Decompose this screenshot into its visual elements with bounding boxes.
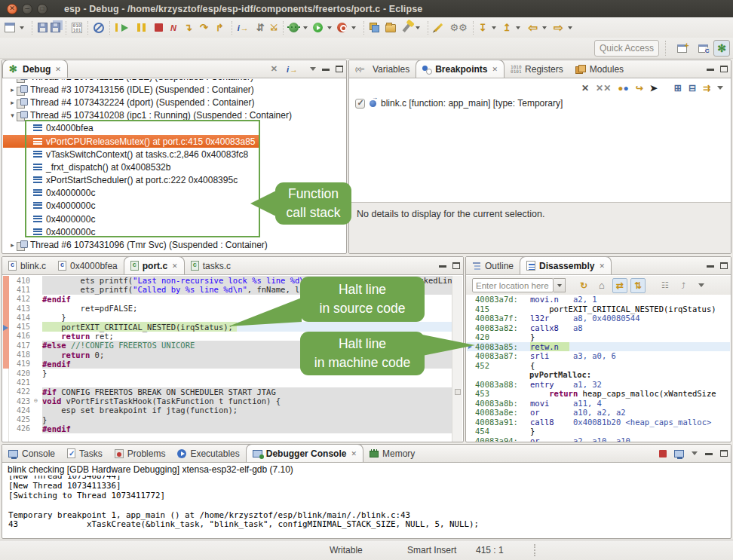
stack-frame-row[interactable]: 0x4000000c xyxy=(3,225,345,238)
tab-debug[interactable]: ✻ Debug✕ xyxy=(2,60,68,78)
thread-row[interactable]: ▾Thread #5 1073410208 (ipc1 : Running) (… xyxy=(3,109,345,122)
link-with-debug-icon[interactable]: ⇉ xyxy=(703,84,710,93)
step-into-button[interactable]: ↴ xyxy=(182,20,194,36)
cpp-perspective-button[interactable] xyxy=(695,40,711,57)
last-edit-location-button[interactable]: ↧ xyxy=(477,20,489,36)
tab-modules[interactable]: Modules xyxy=(569,60,630,78)
window-minimize-button[interactable]: ─ xyxy=(22,4,32,14)
tab-executables[interactable]: Executables xyxy=(171,445,245,462)
new-view-icon[interactable]: ☷ xyxy=(658,278,673,293)
tree-expander-icon[interactable]: ▸ xyxy=(8,241,17,249)
tree-expander-icon[interactable]: ▸ xyxy=(8,99,17,106)
tab-tasks[interactable]: Tasks xyxy=(61,445,109,462)
stack-frame-row[interactable]: 0x4000bfea xyxy=(3,122,345,135)
quick-access-button[interactable]: Quick Access xyxy=(594,40,659,57)
tab-blink-c[interactable]: blink.c xyxy=(2,257,52,274)
window-maximize-button[interactable]: □ xyxy=(37,4,48,14)
tab-tasks-c[interactable]: tasks.c xyxy=(185,257,237,274)
console-output[interactable]: [New Thread 1073468744][New Thread 10734… xyxy=(3,476,730,537)
console-dropdown[interactable] xyxy=(692,451,698,455)
display-console-icon[interactable] xyxy=(674,450,684,457)
collapse-all-icon[interactable]: ⊟ xyxy=(689,84,696,93)
skip-all-breakpoints-button[interactable] xyxy=(92,20,106,36)
view-menu-icon[interactable] xyxy=(694,278,709,293)
instruction-step-mode-icon[interactable]: i xyxy=(287,65,298,74)
location-dropdown[interactable] xyxy=(554,278,566,292)
run-button[interactable] xyxy=(311,20,324,36)
binary-editor-button[interactable]: 010101 xyxy=(70,20,84,36)
breakpoint-row[interactable]: blink.c [function: app_main] [type: Temp… xyxy=(349,96,731,110)
forward-button[interactable]: ⇨ xyxy=(552,20,565,36)
minimize-icon[interactable] xyxy=(707,265,714,268)
minimize-icon[interactable] xyxy=(322,69,330,71)
step-return-button[interactable]: ↱ xyxy=(214,20,225,36)
save-all-button[interactable] xyxy=(49,20,62,36)
resume-button[interactable] xyxy=(114,20,130,36)
tree-expander-icon[interactable]: ▸ xyxy=(8,86,17,93)
tab-variables[interactable]: (x)=Variables xyxy=(349,60,416,78)
back-button[interactable]: ⇦ xyxy=(527,20,540,36)
instruction-stepping-button[interactable]: i xyxy=(236,20,250,36)
thread-row[interactable]: ▸Thread #4 1073432224 (dport) (Suspended… xyxy=(3,96,345,109)
maximize-icon[interactable] xyxy=(336,66,343,72)
step-filters-button[interactable]: ⤩ xyxy=(269,20,279,36)
export-icon[interactable]: ⤴ xyxy=(676,278,691,293)
tab-port-c[interactable]: port.c✕ xyxy=(124,256,185,274)
breakpoint-checkbox[interactable] xyxy=(355,99,365,109)
tab-debugger-console[interactable]: Debugger Console✕ xyxy=(246,444,363,462)
view-menu-icon[interactable] xyxy=(717,86,723,90)
run-dropdown[interactable] xyxy=(324,20,336,36)
maximize-icon[interactable] xyxy=(452,262,460,269)
search-button[interactable] xyxy=(400,20,413,36)
go-into-button[interactable]: ↥ xyxy=(501,20,513,36)
sync-selection-icon[interactable]: ⇄ xyxy=(612,278,627,293)
remove-terminated-icon[interactable]: ✕ xyxy=(271,64,278,74)
stack-frame-row[interactable]: vTaskSwitchContext() at tasks.c:2,846 0x… xyxy=(3,148,345,161)
back-dropdown[interactable] xyxy=(539,20,551,36)
home-icon[interactable]: ⌂ xyxy=(594,278,609,293)
new-button[interactable] xyxy=(3,20,17,36)
new-dropdown[interactable] xyxy=(17,20,28,36)
terminate-icon[interactable] xyxy=(659,450,667,457)
disconnect-icon[interactable]: N xyxy=(169,20,178,36)
minimize-icon[interactable] xyxy=(707,69,714,71)
go-to-file-icon[interactable]: ↪ xyxy=(636,84,643,93)
terminate-button[interactable] xyxy=(153,20,164,36)
show-breakpoints-supported-icon[interactable]: ●● xyxy=(618,84,629,93)
location-input[interactable]: Enter location here xyxy=(472,278,554,292)
last-edit-dropdown[interactable] xyxy=(489,20,500,36)
expand-all-icon[interactable]: ⊞ xyxy=(674,84,682,93)
build-button[interactable]: ⚙⚙ xyxy=(448,20,468,36)
minimize-icon[interactable] xyxy=(439,265,446,268)
open-perspective-button[interactable] xyxy=(673,40,690,57)
view-menu-icon[interactable] xyxy=(310,67,316,71)
search-dropdown[interactable] xyxy=(413,20,424,36)
external-tools-button[interactable] xyxy=(336,20,348,36)
maximize-icon[interactable] xyxy=(720,66,728,72)
go-into-dropdown[interactable] xyxy=(513,20,524,36)
breakpoints-list[interactable]: blink.c [function: app_main] [type: Temp… xyxy=(349,96,731,202)
tab-disassembly[interactable]: Disassembly✕ xyxy=(520,256,612,274)
tab-console[interactable]: Console xyxy=(2,445,61,462)
debug-dropdown[interactable] xyxy=(300,20,311,36)
maximize-icon[interactable] xyxy=(720,262,728,269)
stack-frame-row[interactable]: vPortCPUReleaseMutex() at port.c:415 0x4… xyxy=(3,135,345,148)
mark-occurrences-button[interactable] xyxy=(432,20,445,36)
debug-button[interactable] xyxy=(287,20,300,36)
tab-memory[interactable]: Memory xyxy=(363,445,421,462)
remove-breakpoint-icon[interactable]: ✕ xyxy=(581,84,589,93)
select-default-icon[interactable]: ➤ xyxy=(650,84,658,93)
disassembly-content[interactable]: 40083a7d:movi.na2, 1415 portEXIT_CRITICA… xyxy=(467,295,730,442)
tab-breakpoints[interactable]: Breakpoints✕ xyxy=(416,60,505,78)
tab-registers[interactable]: 1010 0101Registers xyxy=(505,60,569,78)
debug-call-stack-tree[interactable]: ▸Thread #2 1073411312 (IDLE) (Suspended … xyxy=(3,79,345,253)
tree-expander-icon[interactable]: ▾ xyxy=(8,112,17,119)
remove-all-breakpoints-icon[interactable]: ✕✕ xyxy=(596,84,611,93)
debug-perspective-button[interactable]: ✻ xyxy=(713,40,730,57)
tree-expander-icon[interactable]: ▸ xyxy=(8,79,17,81)
thread-row[interactable]: ▸Thread #6 1073431096 (Tmr Svc) (Suspend… xyxy=(3,238,345,251)
refresh-icon[interactable]: ↻ xyxy=(576,278,591,293)
open-type-button[interactable] xyxy=(368,20,381,36)
step-over-button[interactable]: ↷ xyxy=(198,20,210,36)
suspend-button[interactable] xyxy=(136,20,147,36)
